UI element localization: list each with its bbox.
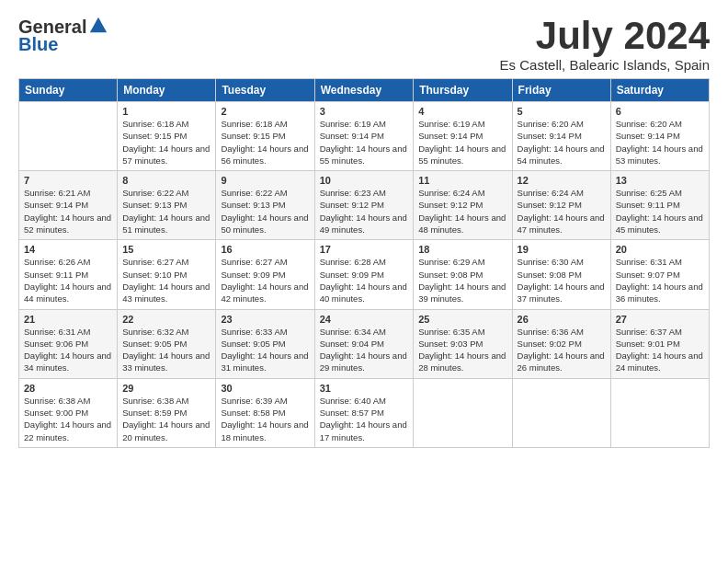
day-info: Sunrise: 6:32 AM Sunset: 9:05 PM Dayligh… xyxy=(122,326,210,374)
calendar-cell: 17Sunrise: 6:28 AM Sunset: 9:09 PM Dayli… xyxy=(314,240,414,309)
calendar-day-header: Monday xyxy=(118,79,216,102)
calendar-cell xyxy=(512,378,610,447)
calendar-cell xyxy=(414,378,512,447)
calendar-cell: 11Sunrise: 6:24 AM Sunset: 9:12 PM Dayli… xyxy=(414,171,512,240)
calendar-day-header: Thursday xyxy=(414,79,512,102)
month-title: July 2024 xyxy=(500,17,710,55)
day-info: Sunrise: 6:29 AM Sunset: 9:08 PM Dayligh… xyxy=(418,256,506,304)
calendar-cell: 9Sunrise: 6:22 AM Sunset: 9:13 PM Daylig… xyxy=(216,171,314,240)
calendar-table: SundayMondayTuesdayWednesdayThursdayFrid… xyxy=(18,78,710,448)
calendar-cell: 25Sunrise: 6:35 AM Sunset: 9:03 PM Dayli… xyxy=(414,309,512,378)
day-info: Sunrise: 6:40 AM Sunset: 8:57 PM Dayligh… xyxy=(320,395,409,443)
logo-icon xyxy=(88,16,108,36)
day-number: 20 xyxy=(616,244,704,255)
day-info: Sunrise: 6:35 AM Sunset: 9:03 PM Dayligh… xyxy=(418,326,506,374)
calendar-day-header: Saturday xyxy=(610,79,709,102)
calendar-cell xyxy=(19,102,118,171)
calendar-cell: 4Sunrise: 6:19 AM Sunset: 9:14 PM Daylig… xyxy=(414,102,512,171)
day-number: 14 xyxy=(24,244,112,255)
day-info: Sunrise: 6:22 AM Sunset: 9:13 PM Dayligh… xyxy=(122,187,210,236)
calendar-cell xyxy=(610,378,709,447)
day-info: Sunrise: 6:30 AM Sunset: 9:08 PM Dayligh… xyxy=(518,256,606,304)
day-info: Sunrise: 6:23 AM Sunset: 9:12 PM Dayligh… xyxy=(320,187,409,236)
calendar-cell: 12Sunrise: 6:24 AM Sunset: 9:12 PM Dayli… xyxy=(512,171,610,240)
calendar-cell: 3Sunrise: 6:19 AM Sunset: 9:14 PM Daylig… xyxy=(314,102,414,171)
day-info: Sunrise: 6:39 AM Sunset: 8:58 PM Dayligh… xyxy=(221,395,309,443)
day-number: 7 xyxy=(24,175,112,186)
day-number: 10 xyxy=(320,175,409,186)
day-info: Sunrise: 6:28 AM Sunset: 9:09 PM Dayligh… xyxy=(320,256,409,304)
day-number: 11 xyxy=(418,175,506,186)
day-number: 27 xyxy=(616,314,704,325)
day-number: 16 xyxy=(221,244,309,255)
calendar-day-header: Friday xyxy=(512,79,610,102)
calendar-cell: 15Sunrise: 6:27 AM Sunset: 9:10 PM Dayli… xyxy=(118,240,216,309)
svg-marker-0 xyxy=(90,17,107,32)
day-info: Sunrise: 6:37 AM Sunset: 9:01 PM Dayligh… xyxy=(616,326,704,374)
day-number: 28 xyxy=(24,383,112,394)
calendar-cell: 21Sunrise: 6:31 AM Sunset: 9:06 PM Dayli… xyxy=(19,309,118,378)
day-number: 6 xyxy=(616,106,704,117)
calendar-day-header: Tuesday xyxy=(216,79,314,102)
day-info: Sunrise: 6:27 AM Sunset: 9:09 PM Dayligh… xyxy=(221,256,309,304)
calendar-cell: 22Sunrise: 6:32 AM Sunset: 9:05 PM Dayli… xyxy=(118,309,216,378)
day-info: Sunrise: 6:24 AM Sunset: 9:12 PM Dayligh… xyxy=(518,187,606,236)
calendar-cell: 14Sunrise: 6:26 AM Sunset: 9:11 PM Dayli… xyxy=(19,240,118,309)
calendar-cell: 5Sunrise: 6:20 AM Sunset: 9:14 PM Daylig… xyxy=(512,102,610,171)
calendar-cell: 1Sunrise: 6:18 AM Sunset: 9:15 PM Daylig… xyxy=(118,102,216,171)
calendar-cell: 16Sunrise: 6:27 AM Sunset: 9:09 PM Dayli… xyxy=(216,240,314,309)
day-number: 26 xyxy=(518,314,606,325)
day-info: Sunrise: 6:27 AM Sunset: 9:10 PM Dayligh… xyxy=(122,256,210,304)
day-info: Sunrise: 6:25 AM Sunset: 9:11 PM Dayligh… xyxy=(616,187,704,236)
day-number: 5 xyxy=(518,106,606,117)
header: General Blue July 2024 Es Castell, Balea… xyxy=(18,17,710,73)
day-info: Sunrise: 6:38 AM Sunset: 9:00 PM Dayligh… xyxy=(24,395,112,443)
day-info: Sunrise: 6:18 AM Sunset: 9:15 PM Dayligh… xyxy=(221,118,309,167)
calendar-cell: 30Sunrise: 6:39 AM Sunset: 8:58 PM Dayli… xyxy=(216,378,314,447)
calendar-header-row: SundayMondayTuesdayWednesdayThursdayFrid… xyxy=(19,79,710,102)
calendar-cell: 24Sunrise: 6:34 AM Sunset: 9:04 PM Dayli… xyxy=(314,309,414,378)
day-number: 1 xyxy=(122,106,210,117)
day-number: 2 xyxy=(221,106,309,117)
day-info: Sunrise: 6:20 AM Sunset: 9:14 PM Dayligh… xyxy=(616,118,704,167)
day-info: Sunrise: 6:19 AM Sunset: 9:14 PM Dayligh… xyxy=(418,118,506,167)
day-info: Sunrise: 6:22 AM Sunset: 9:13 PM Dayligh… xyxy=(221,187,309,236)
page: General Blue July 2024 Es Castell, Balea… xyxy=(0,0,728,457)
day-number: 25 xyxy=(418,314,506,325)
day-info: Sunrise: 6:18 AM Sunset: 9:15 PM Dayligh… xyxy=(122,118,210,167)
calendar-cell: 2Sunrise: 6:18 AM Sunset: 9:15 PM Daylig… xyxy=(216,102,314,171)
day-number: 21 xyxy=(24,314,112,325)
day-number: 23 xyxy=(221,314,309,325)
day-info: Sunrise: 6:36 AM Sunset: 9:02 PM Dayligh… xyxy=(518,326,606,374)
day-info: Sunrise: 6:19 AM Sunset: 9:14 PM Dayligh… xyxy=(320,118,409,167)
day-number: 24 xyxy=(320,314,409,325)
day-number: 22 xyxy=(122,314,210,325)
day-info: Sunrise: 6:20 AM Sunset: 9:14 PM Dayligh… xyxy=(518,118,606,167)
day-info: Sunrise: 6:31 AM Sunset: 9:06 PM Dayligh… xyxy=(24,326,112,374)
day-number: 17 xyxy=(320,244,409,255)
calendar-cell: 8Sunrise: 6:22 AM Sunset: 9:13 PM Daylig… xyxy=(118,171,216,240)
logo-blue-text: Blue xyxy=(18,34,58,55)
calendar-week-row: 28Sunrise: 6:38 AM Sunset: 9:00 PM Dayli… xyxy=(19,378,710,447)
day-info: Sunrise: 6:24 AM Sunset: 9:12 PM Dayligh… xyxy=(418,187,506,236)
calendar-cell: 7Sunrise: 6:21 AM Sunset: 9:14 PM Daylig… xyxy=(19,171,118,240)
calendar-cell: 29Sunrise: 6:38 AM Sunset: 8:59 PM Dayli… xyxy=(118,378,216,447)
day-number: 15 xyxy=(122,244,210,255)
day-info: Sunrise: 6:33 AM Sunset: 9:05 PM Dayligh… xyxy=(221,326,309,374)
calendar-cell: 26Sunrise: 6:36 AM Sunset: 9:02 PM Dayli… xyxy=(512,309,610,378)
day-info: Sunrise: 6:26 AM Sunset: 9:11 PM Dayligh… xyxy=(24,256,112,304)
day-number: 30 xyxy=(221,383,309,394)
day-info: Sunrise: 6:21 AM Sunset: 9:14 PM Dayligh… xyxy=(24,187,112,236)
calendar-week-row: 21Sunrise: 6:31 AM Sunset: 9:06 PM Dayli… xyxy=(19,309,710,378)
calendar-week-row: 1Sunrise: 6:18 AM Sunset: 9:15 PM Daylig… xyxy=(19,102,710,171)
day-number: 4 xyxy=(418,106,506,117)
calendar-cell: 19Sunrise: 6:30 AM Sunset: 9:08 PM Dayli… xyxy=(512,240,610,309)
calendar-week-row: 14Sunrise: 6:26 AM Sunset: 9:11 PM Dayli… xyxy=(19,240,710,309)
calendar-day-header: Sunday xyxy=(19,79,118,102)
day-info: Sunrise: 6:38 AM Sunset: 8:59 PM Dayligh… xyxy=(122,395,210,443)
location-text: Es Castell, Balearic Islands, Spain xyxy=(500,57,710,73)
day-number: 19 xyxy=(518,244,606,255)
calendar-cell: 20Sunrise: 6:31 AM Sunset: 9:07 PM Dayli… xyxy=(610,240,709,309)
calendar-week-row: 7Sunrise: 6:21 AM Sunset: 9:14 PM Daylig… xyxy=(19,171,710,240)
calendar-day-header: Wednesday xyxy=(314,79,414,102)
